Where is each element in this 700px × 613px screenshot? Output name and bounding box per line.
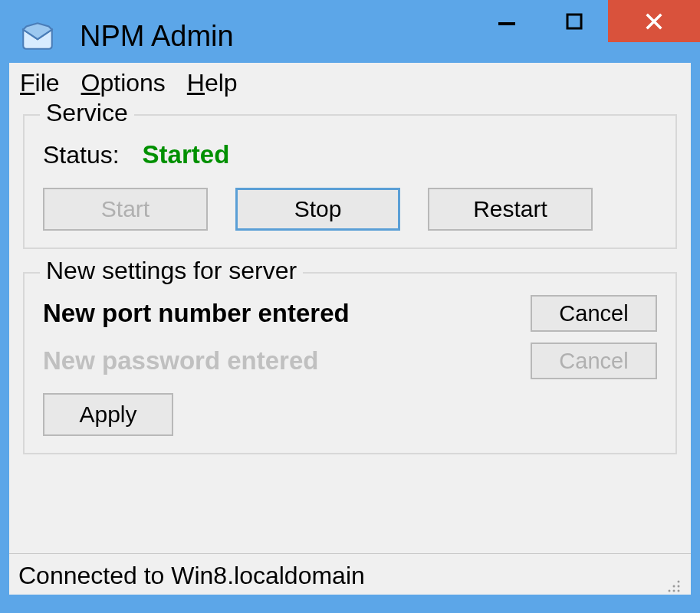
cancel-password-button: Cancel xyxy=(531,343,657,379)
menu-help[interactable]: Help xyxy=(187,69,238,97)
menubar: File Options Help xyxy=(9,63,691,103)
status-value: Started xyxy=(143,140,230,169)
svg-rect-1 xyxy=(567,15,581,28)
svg-rect-0 xyxy=(498,22,515,25)
service-group: Service Status: Started Start Stop Resta… xyxy=(23,114,677,249)
maximize-icon xyxy=(565,12,583,31)
resize-grip[interactable] xyxy=(663,572,682,590)
svg-point-6 xyxy=(673,590,675,592)
close-icon xyxy=(643,11,665,32)
close-button[interactable] xyxy=(608,0,700,42)
apply-row: Apply xyxy=(43,393,657,436)
port-label: New port number entered xyxy=(43,299,350,328)
port-row: New port number entered Cancel xyxy=(43,295,657,332)
app-window: NPM Admin File Options Help Service Stat… xyxy=(0,0,700,613)
client-area: File Options Help Service Status: Starte… xyxy=(9,63,691,595)
minimize-button[interactable] xyxy=(473,0,541,42)
restart-button[interactable]: Restart xyxy=(428,188,593,231)
cancel-port-button[interactable]: Cancel xyxy=(531,295,657,332)
menu-options[interactable]: Options xyxy=(81,69,166,97)
mail-icon xyxy=(18,17,57,55)
maximize-button[interactable] xyxy=(541,0,608,42)
settings-group: New settings for server New port number … xyxy=(23,272,677,454)
svg-point-4 xyxy=(678,585,680,588)
window-controls xyxy=(473,0,700,42)
svg-point-3 xyxy=(673,585,675,588)
status-label: Status: xyxy=(43,141,120,169)
service-group-title: Service xyxy=(40,99,134,127)
statusbar-text: Connected to Win8.localdomain xyxy=(18,562,365,590)
apply-button[interactable]: Apply xyxy=(43,393,173,436)
password-row: New password entered Cancel xyxy=(43,343,657,379)
status-row: Status: Started xyxy=(43,140,657,169)
stop-button[interactable]: Stop xyxy=(235,188,400,231)
resize-grip-icon xyxy=(663,575,682,594)
minimize-icon xyxy=(497,8,517,28)
svg-point-2 xyxy=(678,581,680,583)
content: Service Status: Started Start Stop Resta… xyxy=(9,103,691,553)
password-label: New password entered xyxy=(43,346,318,375)
menu-file[interactable]: File xyxy=(20,69,60,97)
service-buttons: Start Stop Restart xyxy=(43,188,657,231)
statusbar: Connected to Win8.localdomain xyxy=(9,553,691,595)
titlebar[interactable]: NPM Admin xyxy=(9,9,691,63)
svg-point-7 xyxy=(678,590,680,592)
start-button: Start xyxy=(43,188,208,231)
settings-group-title: New settings for server xyxy=(40,257,303,285)
svg-point-5 xyxy=(669,590,671,592)
